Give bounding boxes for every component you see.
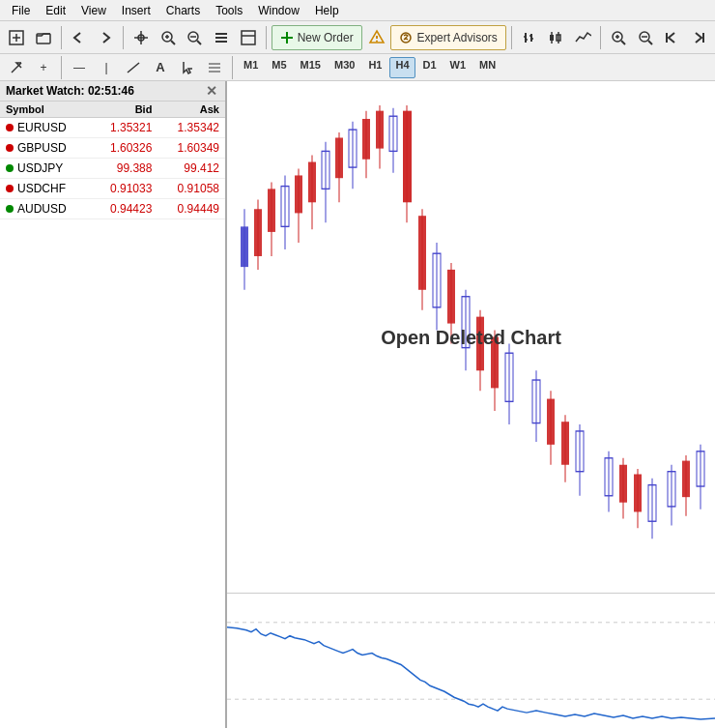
- market-watch-row[interactable]: EURUSD 1.35321 1.35342: [0, 118, 225, 138]
- tf-h1[interactable]: H1: [362, 57, 387, 78]
- menu-bar: File Edit View Insert Charts Tools Windo…: [0, 0, 715, 21]
- new-chart-btn[interactable]: [4, 25, 29, 50]
- properties-btn[interactable]: [209, 25, 234, 50]
- market-watch-row[interactable]: USDJPY 99.388 99.412: [0, 159, 225, 179]
- sep1: [61, 26, 62, 49]
- mw-ask: 0.94449: [157, 199, 225, 219]
- new-order-btn[interactable]: New Order: [272, 25, 362, 50]
- menu-window[interactable]: Window: [250, 2, 307, 19]
- symbol-dot: [6, 124, 14, 131]
- svg-point-23: [376, 40, 378, 42]
- tf-d1[interactable]: D1: [417, 57, 443, 78]
- svg-line-8: [171, 41, 175, 44]
- svg-rect-14: [215, 33, 227, 35]
- chart-area: Open Deleted Chart: [227, 81, 715, 728]
- menu-file[interactable]: File: [4, 2, 38, 19]
- indicator-svg: [227, 594, 715, 728]
- svg-rect-54: [268, 189, 275, 232]
- tf-w1[interactable]: W1: [444, 57, 472, 78]
- sep7: [232, 56, 233, 79]
- chart-center-text: Open Deleted Chart: [381, 326, 561, 348]
- zoom-out-btn[interactable]: [182, 25, 207, 50]
- menu-tools[interactable]: Tools: [208, 2, 250, 19]
- svg-rect-80: [447, 270, 455, 324]
- expert-advisors-label: Expert Advisors: [416, 31, 497, 44]
- svg-rect-32: [550, 35, 554, 41]
- zoom-out2-btn[interactable]: [633, 25, 658, 50]
- mw-bid: 1.35321: [91, 118, 158, 138]
- alert-btn[interactable]: [364, 25, 389, 50]
- back-btn[interactable]: [66, 25, 91, 50]
- menu-edit[interactable]: Edit: [38, 2, 73, 19]
- candle-chart-btn[interactable]: [544, 25, 569, 50]
- mw-symbol: USDJPY: [0, 159, 91, 179]
- tf-m5[interactable]: M5: [266, 57, 292, 78]
- hline-btn[interactable]: —: [67, 57, 92, 78]
- symbol-dot: [6, 144, 14, 152]
- svg-rect-70: [376, 111, 384, 149]
- zoom-in2-btn[interactable]: [606, 25, 631, 50]
- fib-btn[interactable]: [202, 57, 227, 78]
- svg-rect-17: [242, 31, 255, 44]
- svg-rect-15: [215, 37, 227, 39]
- template-btn[interactable]: [236, 25, 261, 50]
- text-btn[interactable]: A: [148, 57, 173, 78]
- mw-ask: 1.60349: [157, 138, 225, 159]
- market-watch-row[interactable]: AUDUSD 0.94423 0.94449: [0, 199, 225, 219]
- market-watch-panel: Market Watch: 02:51:46 ✕ Symbol Bid Ask …: [0, 81, 227, 728]
- tf-mn[interactable]: MN: [473, 57, 501, 78]
- arrow-tool-btn[interactable]: [4, 57, 29, 78]
- svg-rect-74: [403, 111, 412, 203]
- expert-advisors-btn[interactable]: Expert Advisors: [390, 25, 505, 50]
- scroll-right-btn[interactable]: [686, 25, 711, 50]
- symbol-dot: [6, 164, 14, 172]
- crosshair-btn[interactable]: [129, 25, 154, 50]
- menu-view[interactable]: View: [73, 2, 114, 19]
- svg-rect-102: [634, 474, 642, 511]
- tf-h4[interactable]: H4: [389, 57, 415, 78]
- svg-line-12: [197, 41, 201, 44]
- svg-line-45: [128, 63, 139, 73]
- forward-btn[interactable]: [93, 25, 118, 50]
- market-watch-row[interactable]: GBPUSD 1.60326 1.60349: [0, 138, 225, 159]
- zoom-in-btn[interactable]: [156, 25, 181, 50]
- tf-m1[interactable]: M1: [238, 57, 264, 78]
- tf-m15[interactable]: M15: [295, 57, 327, 78]
- svg-rect-60: [308, 162, 316, 203]
- mw-symbol: USDCHF: [0, 179, 91, 199]
- line-chart-btn[interactable]: [570, 25, 595, 50]
- bar-chart-btn[interactable]: [517, 25, 542, 50]
- svg-rect-94: [561, 422, 569, 465]
- market-watch-header: Market Watch: 02:51:46 ✕: [0, 81, 225, 102]
- trendline-btn[interactable]: [121, 57, 146, 78]
- menu-charts[interactable]: Charts: [158, 2, 208, 19]
- tf-m30[interactable]: M30: [329, 57, 360, 78]
- mw-bid: 0.94423: [91, 199, 158, 219]
- sep2: [123, 26, 124, 49]
- market-watch-close-btn[interactable]: ✕: [204, 83, 219, 99]
- open-btn[interactable]: [31, 25, 56, 50]
- mw-ask: 1.35342: [157, 118, 225, 138]
- svg-rect-92: [547, 399, 555, 445]
- sep5: [600, 26, 601, 49]
- scroll-left-btn[interactable]: [659, 25, 684, 50]
- col-symbol: Symbol: [0, 102, 91, 118]
- menu-insert[interactable]: Insert: [114, 2, 158, 19]
- cursor-btn[interactable]: [175, 57, 200, 78]
- mw-bid: 1.60326: [91, 138, 158, 159]
- svg-line-36: [621, 41, 625, 44]
- candle-chart: Open Deleted Chart: [227, 81, 715, 593]
- mw-bid: 99.388: [91, 159, 158, 179]
- new-order-label: New Order: [298, 31, 354, 44]
- crosshair2-btn[interactable]: +: [31, 57, 56, 78]
- svg-line-40: [648, 41, 652, 44]
- col-ask: Ask: [157, 102, 225, 118]
- vline-btn[interactable]: |: [94, 57, 119, 78]
- col-bid: Bid: [91, 102, 158, 118]
- market-watch-row[interactable]: USDCHF 0.91033 0.91058: [0, 179, 225, 199]
- symbol-dot: [6, 205, 14, 213]
- menu-help[interactable]: Help: [307, 2, 347, 19]
- svg-line-44: [12, 63, 21, 73]
- svg-rect-100: [619, 465, 627, 503]
- svg-rect-108: [682, 461, 690, 498]
